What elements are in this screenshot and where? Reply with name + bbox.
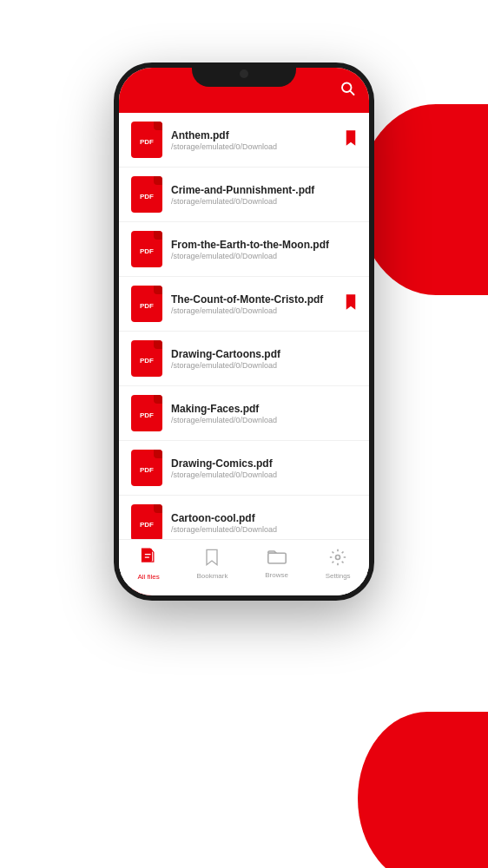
- nav-label-2: Browse: [265, 571, 288, 579]
- nav-icon-1: [205, 549, 219, 570]
- file-path: /storage/emulated/0/Download: [171, 361, 357, 370]
- file-item[interactable]: PDFDrawing-Comics.pdf/storage/emulated/0…: [119, 441, 369, 496]
- file-name: The-Count-of-Monte-Cristo.pdf: [171, 293, 345, 306]
- phone-camera: [240, 69, 248, 78]
- phone-screen: PDFAnthem.pdf/storage/emulated/0/Downloa…: [119, 68, 369, 595]
- file-info: Anthem.pdf/storage/emulated/0/Download: [171, 129, 345, 151]
- file-path: /storage/emulated/0/Download: [171, 416, 357, 424]
- nav-label-3: Settings: [326, 572, 351, 580]
- file-item[interactable]: PDFCrime-and-Punnishment-.pdf/storage/em…: [119, 168, 369, 222]
- file-path: /storage/emulated/0/Download: [171, 470, 357, 479]
- phone-container: PDFAnthem.pdf/storage/emulated/0/Downloa…: [0, 62, 488, 601]
- file-info: From-the-Earth-to-the-Moon.pdf/storage/e…: [171, 239, 357, 260]
- nav-item-bookmark[interactable]: Bookmark: [196, 549, 228, 580]
- file-path: /storage/emulated/0/Download: [171, 252, 357, 260]
- pdf-file-icon: PDF: [131, 504, 162, 541]
- file-path: /storage/emulated/0/Download: [171, 142, 345, 151]
- file-path: /storage/emulated/0/Download: [171, 197, 357, 206]
- file-item[interactable]: PDFAnthem.pdf/storage/emulated/0/Downloa…: [119, 113, 369, 168]
- nav-label-1: Bookmark: [196, 572, 228, 580]
- file-info: Crime-and-Punnishment-.pdf/storage/emula…: [171, 184, 357, 206]
- pdf-file-icon: PDF: [131, 450, 162, 486]
- file-name: Crime-and-Punnishment-.pdf: [171, 184, 357, 196]
- nav-icon-2: [267, 549, 287, 569]
- file-info: Drawing-Cartoons.pdf/storage/emulated/0/…: [171, 348, 357, 370]
- file-name: Drawing-Cartoons.pdf: [171, 348, 357, 360]
- svg-rect-5: [267, 553, 285, 563]
- file-item[interactable]: PDFMaking-Faces.pdf/storage/emulated/0/D…: [119, 386, 369, 441]
- file-item[interactable]: PDFFrom-the-Earth-to-the-Moon.pdf/storag…: [119, 222, 369, 277]
- file-name: Drawing-Comics.pdf: [171, 457, 357, 470]
- svg-point-6: [336, 556, 340, 560]
- nav-item-browse[interactable]: Browse: [265, 549, 288, 579]
- bookmark-icon-filled[interactable]: [345, 130, 357, 149]
- bottom-nav: All filesBookmarkBrowseSettings: [119, 539, 369, 595]
- nav-icon-0: [140, 548, 157, 571]
- file-name: From-the-Earth-to-the-Moon.pdf: [171, 239, 357, 251]
- file-name: Making-Faces.pdf: [171, 403, 357, 415]
- file-name: Anthem.pdf: [171, 129, 345, 141]
- pdf-file-icon: PDF: [131, 231, 162, 267]
- nav-item-settings[interactable]: Settings: [326, 549, 351, 580]
- svg-rect-2: [142, 549, 153, 562]
- nav-label-0: All files: [137, 573, 159, 581]
- file-info: Making-Faces.pdf/storage/emulated/0/Down…: [171, 403, 357, 424]
- bookmark-icon-filled[interactable]: [345, 294, 357, 313]
- pdf-file-icon: PDF: [131, 176, 162, 213]
- file-path: /storage/emulated/0/Download: [171, 525, 357, 534]
- file-name: Cartoon-cool.pdf: [171, 512, 357, 524]
- file-list: PDFAnthem.pdf/storage/emulated/0/Downloa…: [119, 113, 369, 595]
- bg-swoosh-bottom-right: [358, 712, 488, 868]
- search-icon[interactable]: [340, 81, 355, 101]
- file-info: The-Count-of-Monte-Cristo.pdf/storage/em…: [171, 293, 345, 315]
- file-item[interactable]: PDFDrawing-Cartoons.pdf/storage/emulated…: [119, 332, 369, 386]
- file-info: Drawing-Comics.pdf/storage/emulated/0/Do…: [171, 457, 357, 479]
- nav-item-all-files[interactable]: All files: [137, 548, 159, 581]
- file-path: /storage/emulated/0/Download: [171, 306, 345, 315]
- pdf-file-icon: PDF: [131, 122, 162, 158]
- nav-icon-3: [329, 549, 346, 570]
- pdf-file-icon: PDF: [131, 340, 162, 377]
- file-info: Cartoon-cool.pdf/storage/emulated/0/Down…: [171, 512, 357, 534]
- file-item[interactable]: PDFThe-Count-of-Monte-Cristo.pdf/storage…: [119, 277, 369, 332]
- svg-line-1: [350, 91, 353, 95]
- phone-mockup: PDFAnthem.pdf/storage/emulated/0/Downloa…: [114, 62, 374, 601]
- pdf-file-icon: PDF: [131, 286, 162, 322]
- pdf-file-icon: PDF: [131, 395, 162, 431]
- header-area: [0, 0, 488, 47]
